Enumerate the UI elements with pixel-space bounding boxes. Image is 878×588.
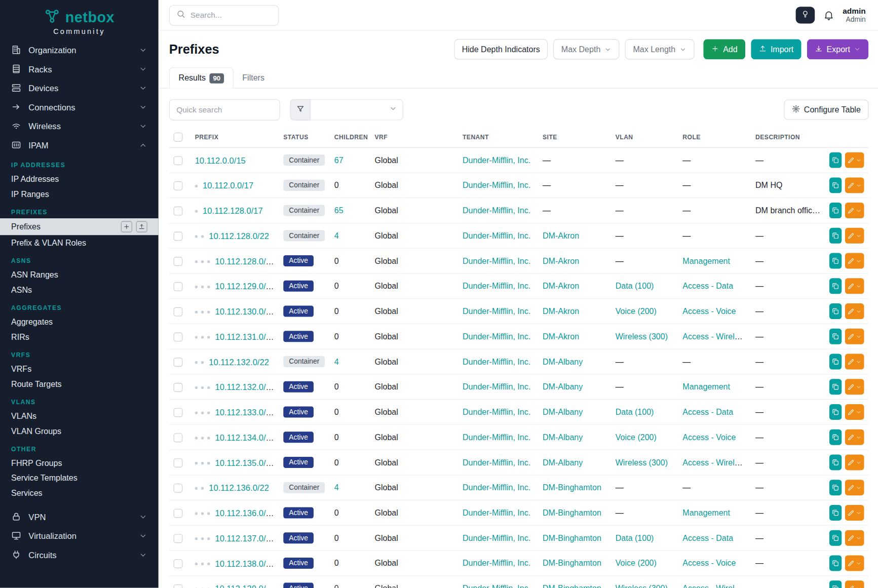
edit-button[interactable] [845,278,864,294]
prefix-link[interactable]: 10.112.128.0/17 [203,206,263,215]
import-mini-button[interactable] [136,221,147,232]
quick-search-input[interactable] [169,99,280,121]
role-link[interactable]: Access - Data [682,282,733,291]
vlan-link[interactable]: Data (100) [616,282,654,291]
prefix-link[interactable]: 10.112.133.0/24 [215,407,275,417]
clone-button[interactable] [829,580,842,588]
children-link[interactable]: 4 [334,357,339,366]
sidebar-item-racks[interactable]: Racks [0,59,159,79]
prefix-link[interactable]: 10.112.139.0/24 [215,583,275,588]
role-link[interactable]: Management [682,382,730,391]
sidebar-item-devices[interactable]: Devices [0,79,159,98]
role-link[interactable]: Access - Wireless [682,584,747,588]
max-depth-dropdown[interactable]: Max Depth [553,39,620,59]
global-search[interactable] [169,5,279,25]
sidebar-item-wireless[interactable]: Wireless [0,116,159,136]
sidebar-link-asn-ranges[interactable]: ASN Ranges [0,267,159,282]
sidebar-link-ip-addresses[interactable]: IP Addresses [0,171,159,186]
clone-button[interactable] [829,555,842,571]
sidebar-link-ip-ranges[interactable]: IP Ranges [0,186,159,202]
sidebar-link-aggregates[interactable]: Aggregates [0,314,159,329]
sidebar-item-connections[interactable]: Connections [0,97,159,116]
filter-funnel-button[interactable] [290,99,311,121]
edit-button[interactable] [845,379,864,395]
tenant-link[interactable]: Dunder-Mifflin, Inc. [463,408,530,417]
role-link[interactable]: Access - Voice [682,559,736,568]
role-link[interactable]: Access - Voice [682,307,736,316]
edit-button[interactable] [845,455,864,471]
sidebar-link-fhrp-groups[interactable]: FHRP Groups [0,455,159,471]
prefix-link[interactable]: 10.112.136.0/28 [215,508,275,518]
row-checkbox[interactable] [174,433,183,442]
row-checkbox[interactable] [174,257,183,266]
edit-button[interactable] [845,530,864,546]
hide-depth-indicators-button[interactable]: Hide Depth Indicators [454,39,548,59]
clone-button[interactable] [829,152,842,168]
clone-button[interactable] [829,480,842,495]
sidebar-link-service-templates[interactable]: Service Templates [0,470,159,485]
site-link[interactable]: DM-Binghamton [543,483,601,492]
children-link[interactable]: 67 [334,155,343,165]
prefix-link[interactable]: 10.112.134.0/24 [215,433,275,442]
tenant-link[interactable]: Dunder-Mifflin, Inc. [463,483,530,492]
tenant-link[interactable]: Dunder-Mifflin, Inc. [463,508,530,518]
edit-button[interactable] [845,580,864,588]
row-checkbox[interactable] [174,156,183,165]
site-link[interactable]: DM-Akron [543,231,579,240]
site-link[interactable]: DM-Akron [543,332,579,341]
theme-toggle-button[interactable] [795,7,815,23]
prefix-link[interactable]: 10.112.135.0/24 [215,458,275,467]
col-prefix[interactable]: Prefix [190,127,279,147]
tenant-link[interactable]: Dunder-Mifflin, Inc. [463,458,530,467]
prefix-link[interactable]: 10.112.131.0/24 [215,332,275,341]
clone-button[interactable] [829,303,842,319]
select-all-checkbox[interactable] [174,133,183,142]
children-link[interactable]: 65 [334,206,343,215]
tenant-link[interactable]: Dunder-Mifflin, Inc. [463,231,530,240]
tenant-link[interactable]: Dunder-Mifflin, Inc. [463,584,530,588]
edit-button[interactable] [845,329,864,344]
tenant-link[interactable]: Dunder-Mifflin, Inc. [463,206,530,215]
edit-button[interactable] [845,253,864,269]
prefix-link[interactable]: 10.112.128.0/22 [209,231,269,241]
row-checkbox[interactable] [174,559,183,568]
tenant-link[interactable]: Dunder-Mifflin, Inc. [463,307,530,316]
clone-button[interactable] [829,203,842,218]
sidebar-link-rirs[interactable]: RIRs [0,329,159,344]
row-checkbox[interactable] [174,307,183,316]
role-link[interactable]: Access - Voice [682,433,736,442]
edit-button[interactable] [845,505,864,521]
sidebar-item-virtualization[interactable]: Virtualization [0,526,159,545]
site-link[interactable]: DM-Binghamton [543,559,601,568]
clone-button[interactable] [829,530,842,546]
vlan-link[interactable]: Wireless (300) [616,584,668,588]
role-link[interactable]: Management [682,508,730,518]
row-checkbox[interactable] [174,282,183,291]
col-role[interactable]: Role [678,127,751,147]
tenant-link[interactable]: Dunder-Mifflin, Inc. [463,282,530,291]
site-link[interactable]: DM-Albany [543,408,583,417]
clone-button[interactable] [829,354,842,370]
prefix-link[interactable]: 10.112.0.0/17 [203,180,253,190]
col-description[interactable]: Description [751,127,825,147]
prefix-link[interactable]: 10.112.129.0/24 [215,281,275,291]
sidebar-item-circuits[interactable]: Circuits [0,545,159,565]
sidebar-link-route-targets[interactable]: Route Targets [0,376,159,391]
tenant-link[interactable]: Dunder-Mifflin, Inc. [463,382,530,391]
tenant-link[interactable]: Dunder-Mifflin, Inc. [463,181,530,190]
sidebar-item-vpn[interactable]: VPN [0,507,159,526]
row-checkbox[interactable] [174,534,183,543]
clone-button[interactable] [829,455,842,471]
sidebar-link-vlans[interactable]: VLANs [0,408,159,423]
sidebar-link-vrfs[interactable]: VRFs [0,361,159,376]
row-checkbox[interactable] [174,408,183,417]
row-checkbox[interactable] [174,484,183,493]
role-link[interactable]: Access - Wireless [682,332,747,341]
prefix-link[interactable]: 10.112.137.0/24 [215,533,275,543]
sidebar-link-prefix-vlan-roles[interactable]: Prefix & VLAN Roles [0,235,159,250]
plus-mini-button[interactable] [121,221,132,232]
vlan-link[interactable]: Wireless (300) [616,458,668,467]
site-link[interactable]: DM-Albany [543,357,583,366]
children-link[interactable]: 4 [334,483,339,492]
clone-button[interactable] [829,177,842,193]
